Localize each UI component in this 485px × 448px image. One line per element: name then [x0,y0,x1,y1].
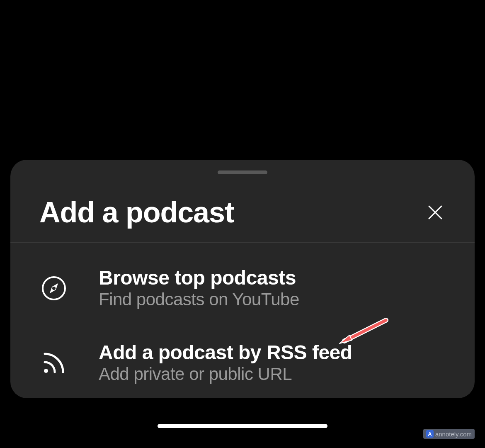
watermark-text: annotely.com [435,431,472,438]
rss-icon [41,351,66,375]
svg-point-4 [52,287,56,290]
option-subtitle: Find podcasts on YouTube [99,289,299,310]
option-add-by-rss[interactable]: Add a podcast by RSS feed Add private or… [10,332,475,394]
option-subtitle: Add private or public URL [99,364,352,385]
options-list: Browse top podcasts Find podcasts on You… [10,253,475,394]
close-button[interactable] [425,202,446,223]
watermark-badge-icon: A [426,430,434,438]
option-text: Add a podcast by RSS feed Add private or… [99,341,352,385]
svg-point-5 [44,369,48,373]
bottom-sheet: Add a podcast Browse top podcasts Find p… [10,160,475,398]
close-icon [427,205,443,220]
home-indicator[interactable] [158,424,327,428]
watermark: A annotely.com [423,429,475,439]
option-browse-top-podcasts[interactable]: Browse top podcasts Find podcasts on You… [10,257,475,319]
option-text: Browse top podcasts Find podcasts on You… [99,266,299,310]
sheet-title: Add a podcast [39,196,234,229]
compass-icon [41,276,66,301]
sheet-header: Add a podcast [10,183,475,243]
sheet-grabber[interactable] [218,170,267,174]
option-title: Browse top podcasts [99,266,299,289]
option-title: Add a podcast by RSS feed [99,341,352,364]
